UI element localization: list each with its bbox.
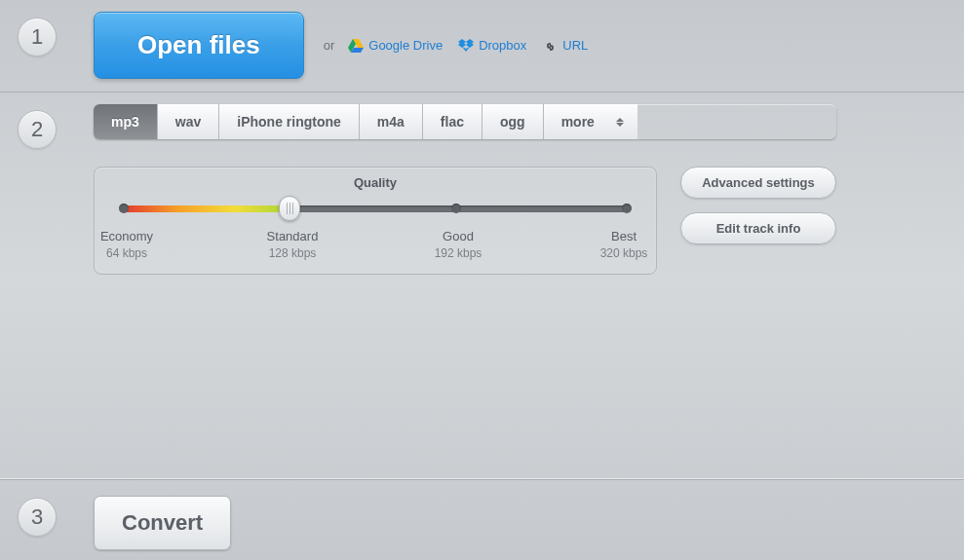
quality-panel: Quality Economy 64 kbps Sta [94,167,657,275]
step-2-main: mp3 wav iPhone ringtone m4a flac ogg mor… [94,104,836,275]
or-label: or [324,38,335,53]
tab-wav[interactable]: wav [158,104,219,139]
tab-more-label: more [561,114,595,130]
side-buttons: Advanced settings Edit track info [680,167,836,244]
step-badge-1: 1 [18,18,57,56]
url-link[interactable]: URL [542,38,588,53]
quality-kbps-economy: 64 kbps [93,246,161,260]
quality-name-standard: Standard [258,229,327,243]
open-files-button[interactable]: Open files [94,12,304,79]
google-drive-label: Google Drive [368,38,443,53]
tab-m4a[interactable]: m4a [360,104,423,139]
open-files-row: Open files or Google Drive Dropbox URL [94,12,603,79]
step-badge-2: 2 [18,110,57,149]
step-badge-3: 3 [18,498,57,537]
link-icon [542,39,558,53]
quality-slider[interactable] [124,202,627,215]
convert-button[interactable]: Convert [94,496,231,550]
dropbox-label: Dropbox [479,38,526,53]
quality-kbps-good: 192 kbps [424,246,492,260]
format-tabs: mp3 wav iPhone ringtone m4a flac ogg mor… [94,104,836,139]
slider-fill [124,205,289,212]
step-1-row: 1 Open files or Google Drive Dropbox URL [0,0,964,92]
quality-label-best: Best 320 kbps [590,229,658,260]
quality-and-side-row: Quality Economy 64 kbps Sta [94,167,836,275]
slider-tick-best[interactable] [622,204,632,213]
step-2-row: 2 mp3 wav iPhone ringtone m4a flac ogg m… [0,92,964,479]
tab-iphone-ringtone[interactable]: iPhone ringtone [219,104,360,139]
slider-tick-economy[interactable] [119,204,129,213]
advanced-settings-button[interactable]: Advanced settings [680,167,836,199]
google-drive-icon [348,39,364,53]
tab-flac[interactable]: flac [423,104,482,139]
quality-label-economy: Economy 64 kbps [93,229,161,260]
tab-ogg[interactable]: ogg [482,104,544,139]
step-3-row: 3 Convert [0,479,964,560]
quality-kbps-standard: 128 kbps [258,246,327,260]
quality-title: Quality [112,175,638,190]
svg-marker-7 [462,47,470,52]
dropbox-icon [458,39,474,53]
slider-knob[interactable] [279,196,300,221]
quality-label-good: Good 192 kbps [424,229,492,260]
tab-mp3[interactable]: mp3 [94,104,158,139]
up-down-icon [616,118,624,127]
url-label: URL [562,38,588,53]
dropbox-link[interactable]: Dropbox [458,38,526,53]
edit-track-info-button[interactable]: Edit track info [680,212,836,244]
quality-kbps-best: 320 kbps [590,246,658,260]
tab-more[interactable]: more [544,104,637,139]
quality-name-economy: Economy [93,229,161,243]
google-drive-link[interactable]: Google Drive [348,38,443,53]
quality-name-good: Good [424,229,492,243]
quality-name-best: Best [590,229,658,243]
quality-labels: Economy 64 kbps Standard 128 kbps Good 1… [93,229,658,260]
quality-label-standard: Standard 128 kbps [258,229,327,260]
slider-tick-good[interactable] [451,204,461,213]
